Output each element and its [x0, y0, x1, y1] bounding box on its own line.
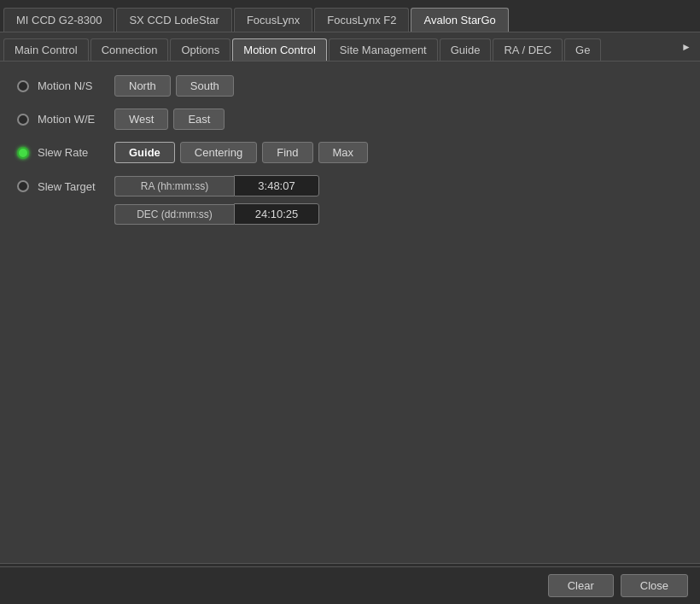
app-tab-bar: MI CCD G2-8300 SX CCD LodeStar FocusLynx…	[0, 0, 700, 32]
dec-input-row: DEC (dd:mm:ss) 24:10:25	[114, 203, 319, 225]
motion-ns-label: Motion N/S	[38, 79, 114, 92]
tabs-scroll-right-icon[interactable]: ►	[676, 37, 697, 57]
centering-button[interactable]: Centering	[180, 142, 257, 163]
max-button[interactable]: Max	[318, 142, 369, 163]
guide-button[interactable]: Guide	[114, 142, 175, 163]
slew-rate-radio[interactable]	[17, 147, 29, 159]
tab-connection[interactable]: Connection	[90, 38, 169, 61]
app-tab-mi-ccd[interactable]: MI CCD G2-8300	[3, 8, 114, 32]
app-tab-avalon[interactable]: Avalon StarGo	[411, 8, 508, 32]
west-button[interactable]: West	[114, 108, 168, 130]
ra-input-row: RA (hh:mm:ss) 3:48:07	[114, 175, 319, 196]
slew-rate-label: Slew Rate	[38, 146, 114, 159]
close-button[interactable]: Close	[621, 574, 688, 597]
motion-ns-radio[interactable]	[17, 80, 29, 92]
tab-motion-control[interactable]: Motion Control	[232, 38, 327, 61]
tab-ra-dec[interactable]: RA / DEC	[493, 38, 563, 61]
slew-target-inputs: RA (hh:mm:ss) 3:48:07 DEC (dd:mm:ss) 24:…	[114, 175, 319, 225]
find-button[interactable]: Find	[262, 142, 312, 163]
dec-value[interactable]: 24:10:25	[234, 203, 319, 225]
motion-control-panel: Motion N/S North South Motion W/E West E…	[0, 62, 700, 563]
app-tab-focuslynx[interactable]: FocusLynx	[234, 8, 312, 32]
tab-options[interactable]: Options	[170, 38, 230, 61]
motion-we-label: Motion W/E	[38, 113, 114, 126]
slew-target-row: Slew Target RA (hh:mm:ss) 3:48:07 DEC (d…	[17, 175, 683, 225]
tab-site-management[interactable]: Site Management	[329, 38, 438, 61]
motion-we-row: Motion W/E West East	[17, 108, 683, 130]
slew-rate-row: Slew Rate Guide Centering Find Max	[17, 142, 683, 163]
slew-target-label: Slew Target	[38, 180, 114, 193]
motion-ns-row: Motion N/S North South	[17, 75, 683, 97]
main-content: Main Control Connection Options Motion C…	[0, 32, 700, 604]
tab-guide[interactable]: Guide	[440, 38, 492, 61]
east-button[interactable]: East	[173, 108, 225, 130]
tab-ge[interactable]: Ge	[564, 38, 601, 61]
clear-button[interactable]: Clear	[548, 574, 614, 597]
south-button[interactable]: South	[176, 75, 234, 97]
ra-value[interactable]: 3:48:07	[234, 175, 319, 196]
dec-label: DEC (dd:mm:ss)	[114, 204, 234, 225]
app-tab-focuslynx-f2[interactable]: FocusLynx F2	[314, 8, 409, 32]
app-tab-sx-ccd[interactable]: SX CCD LodeStar	[116, 8, 232, 32]
slew-target-radio[interactable]	[17, 180, 29, 192]
north-button[interactable]: North	[114, 75, 171, 97]
motion-we-radio[interactable]	[17, 114, 29, 126]
ra-label: RA (hh:mm:ss)	[114, 176, 234, 196]
tab-main-control[interactable]: Main Control	[3, 38, 89, 61]
bottom-bar: Clear Close	[0, 566, 700, 604]
sec-tab-bar: Main Control Connection Options Motion C…	[0, 32, 700, 62]
